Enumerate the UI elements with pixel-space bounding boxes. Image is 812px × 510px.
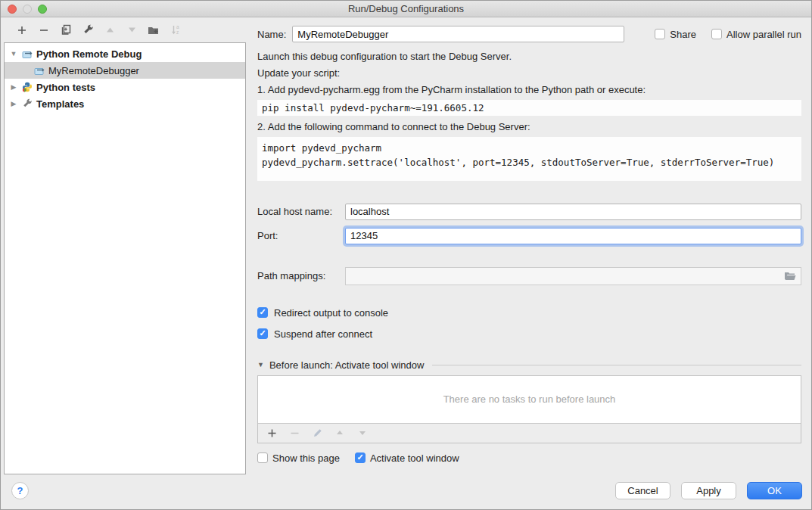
zoom-button[interactable]: [38, 5, 47, 14]
tree-item-templates[interactable]: ▶ Templates: [5, 95, 245, 112]
show-this-page-checkbox[interactable]: [257, 452, 268, 463]
suspend-after-connect-label: Suspend after connect: [274, 328, 372, 340]
apply-button[interactable]: Apply: [681, 482, 736, 499]
tree-item-label: Python Remote Debug: [36, 48, 142, 60]
sort-alphabetically-button[interactable]: az: [170, 24, 182, 36]
before-launch-tasks-panel: There are no tasks to run before launch: [257, 375, 801, 443]
suspend-after-connect-row[interactable]: Suspend after connect: [257, 328, 801, 340]
move-down-button[interactable]: [126, 24, 138, 36]
share-checkbox[interactable]: [655, 29, 665, 39]
instruction-step-1: 1. Add pydevd-pycharm.egg from the PyCha…: [257, 84, 801, 95]
before-launch-header[interactable]: ▼ Before launch: Activate tool window: [257, 359, 801, 371]
svg-text:a: a: [176, 24, 179, 30]
no-tasks-message: There are no tasks to run before launch: [258, 376, 801, 423]
window-title: Run/Debug Configurations: [348, 3, 464, 14]
configurations-sidebar: az ▼ Python Remote Debug MyRemoteDebug: [1, 17, 247, 474]
tree-item-python-tests[interactable]: ▶ Python tests: [5, 79, 245, 95]
allow-parallel-run-label: Allow parallel run: [726, 29, 801, 40]
name-label: Name:: [257, 29, 286, 40]
move-up-button[interactable]: [104, 24, 116, 36]
show-this-page-group[interactable]: Show this page: [257, 452, 340, 464]
instruction-step-2: 2. Add the following command to connect …: [257, 121, 801, 132]
cancel-button[interactable]: Cancel: [615, 482, 670, 499]
port-input[interactable]: [345, 228, 801, 244]
allow-parallel-run-group[interactable]: Allow parallel run: [711, 29, 801, 40]
redirect-output-row[interactable]: Redirect output to console: [257, 307, 801, 319]
python-tests-icon: [21, 82, 33, 92]
edit-pencil-icon[interactable]: [311, 427, 323, 439]
minimize-button[interactable]: [23, 5, 32, 14]
wrench-icon: [21, 98, 33, 109]
tree-item-python-remote-debug[interactable]: ▼ Python Remote Debug: [5, 45, 245, 62]
title-bar: Run/Debug Configurations: [1, 1, 811, 17]
move-task-down-icon[interactable]: [356, 427, 369, 439]
name-input[interactable]: [292, 26, 624, 42]
browse-folder-icon[interactable]: [784, 272, 796, 281]
traffic-lights: [8, 5, 47, 14]
allow-parallel-run-checkbox[interactable]: [711, 29, 722, 39]
chevron-right-icon[interactable]: ▶: [9, 100, 18, 107]
settrace-code-line-2: pydevd_pycharm.settrace('localhost', por…: [262, 157, 774, 168]
dialog-footer: ? Cancel Apply OK: [1, 474, 811, 509]
remote-debug-config-icon: [33, 65, 45, 76]
tasks-toolbar: [258, 423, 801, 443]
path-mappings-label: Path mappings:: [257, 270, 345, 281]
share-label: Share: [670, 29, 696, 40]
section-divider: [432, 365, 801, 365]
redirect-output-label: Redirect output to console: [274, 307, 388, 319]
local-host-name-input[interactable]: [345, 204, 801, 220]
ok-button[interactable]: OK: [747, 482, 802, 499]
add-task-button[interactable]: [266, 427, 278, 439]
chevron-down-icon[interactable]: ▼: [257, 361, 264, 369]
port-label: Port:: [257, 230, 345, 241]
remote-debug-config-icon: [21, 48, 33, 59]
tree-item-myremotedebugger[interactable]: MyRemoteDebugger: [5, 62, 245, 79]
configuration-editor: Name: Share Allow parallel run Launch th…: [247, 17, 811, 474]
show-this-page-label: Show this page: [272, 452, 340, 464]
add-configuration-button[interactable]: [16, 24, 28, 36]
instruction-line-1: Launch this debug configuration to start…: [257, 51, 801, 62]
chevron-down-icon[interactable]: ▼: [9, 50, 18, 58]
instruction-line-2: Update your script:: [257, 67, 801, 79]
help-button[interactable]: ?: [11, 482, 29, 499]
share-checkbox-group[interactable]: Share: [655, 29, 696, 40]
activate-tool-window-checkbox[interactable]: [355, 452, 366, 463]
new-folder-button[interactable]: [148, 24, 160, 36]
sidebar-toolbar: az: [1, 17, 247, 42]
local-host-name-label: Local host name:: [257, 206, 345, 217]
configurations-tree: ▼ Python Remote Debug MyRemoteDebugger ▶: [4, 42, 246, 474]
tree-item-label: Templates: [36, 98, 84, 110]
tree-item-label: MyRemoteDebugger: [48, 65, 139, 76]
path-mappings-field[interactable]: [345, 267, 801, 285]
edit-defaults-button[interactable]: [82, 24, 94, 36]
activate-tool-window-group[interactable]: Activate tool window: [355, 452, 459, 464]
remove-task-button[interactable]: [288, 427, 300, 439]
remove-configuration-button[interactable]: [38, 24, 50, 36]
redirect-output-checkbox[interactable]: [257, 307, 268, 318]
activate-tool-window-label: Activate tool window: [370, 452, 459, 464]
settrace-code: import pydevd_pycharm pydevd_pycharm.set…: [257, 137, 801, 181]
suspend-after-connect-checkbox[interactable]: [257, 328, 268, 339]
close-button[interactable]: [8, 5, 17, 14]
settrace-code-line-1: import pydevd_pycharm: [262, 142, 381, 154]
svg-text:z: z: [176, 30, 179, 35]
before-launch-title: Before launch: Activate tool window: [269, 359, 425, 371]
move-task-up-icon[interactable]: [334, 427, 346, 439]
run-debug-configurations-dialog: Run/Debug Configurations: [0, 0, 812, 510]
pip-install-code: pip install pydevd-pycharm~=191.6605.12: [257, 100, 801, 116]
tree-item-label: Python tests: [36, 82, 95, 93]
chevron-right-icon[interactable]: ▶: [9, 83, 18, 91]
copy-configuration-button[interactable]: [60, 24, 72, 36]
